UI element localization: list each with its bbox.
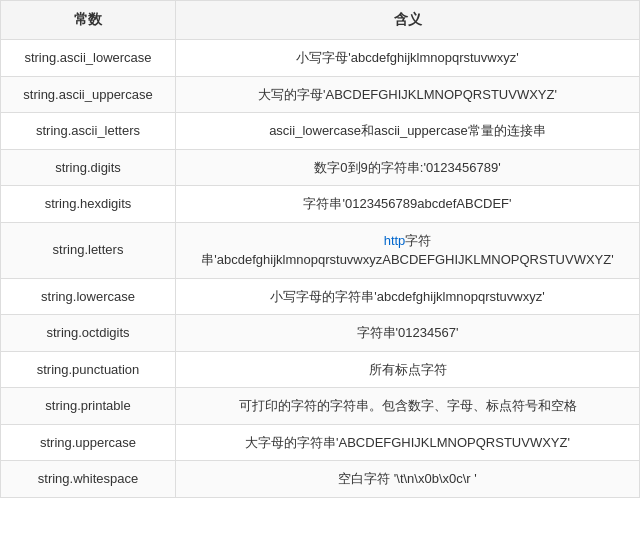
meaning-cell: 空白字符 '\t\n\x0b\x0c\r ' (176, 461, 640, 498)
meaning-cell: 小写字母的字符串'abcdefghijklmnopqrstuvwxyz' (176, 278, 640, 315)
constant-cell: string.octdigits (1, 315, 176, 352)
meaning-cell: 所有标点字符 (176, 351, 640, 388)
constants-table: 常数 含义 string.ascii_lowercase小写字母'abcdefg… (0, 0, 640, 498)
constant-cell: string.punctuation (1, 351, 176, 388)
meaning-cell: 字符串'0123456789abcdefABCDEF' (176, 186, 640, 223)
table-row: string.uppercase大字母的字符串'ABCDEFGHIJKLMNOP… (1, 424, 640, 461)
table-row: string.lowercase小写字母的字符串'abcdefghijklmno… (1, 278, 640, 315)
constant-cell: string.whitespace (1, 461, 176, 498)
constant-cell: string.ascii_letters (1, 113, 176, 150)
meaning-cell: 大写的字母'ABCDEFGHIJKLMNOPQRSTUVWXYZ' (176, 76, 640, 113)
meaning-cell: 字符串'01234567' (176, 315, 640, 352)
table-row: string.ascii_uppercase大写的字母'ABCDEFGHIJKL… (1, 76, 640, 113)
constant-cell: string.ascii_lowercase (1, 40, 176, 77)
constant-cell: string.ascii_uppercase (1, 76, 176, 113)
constant-cell: string.lowercase (1, 278, 176, 315)
constant-cell: string.printable (1, 388, 176, 425)
table-row: string.ascii_lowercase小写字母'abcdefghijklm… (1, 40, 640, 77)
constant-cell: string.letters (1, 222, 176, 278)
table-row: string.hexdigits字符串'0123456789abcdefABCD… (1, 186, 640, 223)
meaning-cell: ascii_lowercase和ascii_uppercase常量的连接串 (176, 113, 640, 150)
header-constant: 常数 (1, 1, 176, 40)
meaning-cell: 可打印的字符的字符串。包含数字、字母、标点符号和空格 (176, 388, 640, 425)
meaning-cell: 小写字母'abcdefghijklmnopqrstuvwxyz' (176, 40, 640, 77)
constant-cell: string.digits (1, 149, 176, 186)
header-meaning: 含义 (176, 1, 640, 40)
table-row: string.lettershttp字符串'abcdefghijklmnopqr… (1, 222, 640, 278)
table-row: string.digits数字0到9的字符串:'0123456789' (1, 149, 640, 186)
hyperlink-text[interactable]: http (384, 233, 406, 248)
meaning-cell: 数字0到9的字符串:'0123456789' (176, 149, 640, 186)
table-row: string.printable可打印的字符的字符串。包含数字、字母、标点符号和… (1, 388, 640, 425)
meaning-cell: http字符串'abcdefghijklmnopqrstuvwxyzABCDEF… (176, 222, 640, 278)
table-row: string.ascii_lettersascii_lowercase和asci… (1, 113, 640, 150)
constant-cell: string.hexdigits (1, 186, 176, 223)
meaning-cell: 大字母的字符串'ABCDEFGHIJKLMNOPQRSTUVWXYZ' (176, 424, 640, 461)
table-row: string.punctuation所有标点字符 (1, 351, 640, 388)
constant-cell: string.uppercase (1, 424, 176, 461)
table-row: string.whitespace空白字符 '\t\n\x0b\x0c\r ' (1, 461, 640, 498)
table-row: string.octdigits字符串'01234567' (1, 315, 640, 352)
